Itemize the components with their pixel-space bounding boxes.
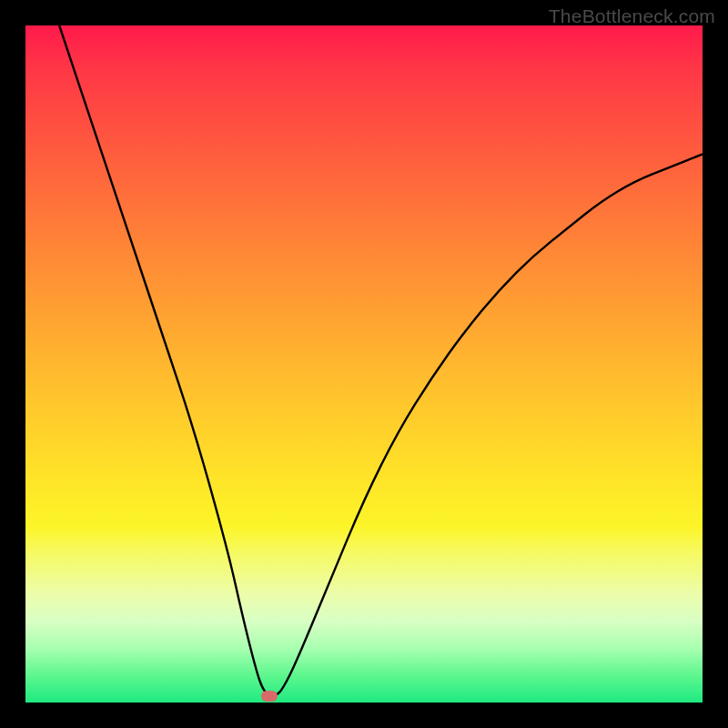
- curve-svg: [25, 25, 703, 703]
- optimal-point-marker: [261, 691, 278, 702]
- bottleneck-curve-path: [59, 25, 703, 696]
- watermark-text: TheBottleneck.com: [549, 5, 715, 27]
- chart-frame: TheBottleneck.com: [0, 0, 728, 728]
- plot-area: [25, 25, 703, 703]
